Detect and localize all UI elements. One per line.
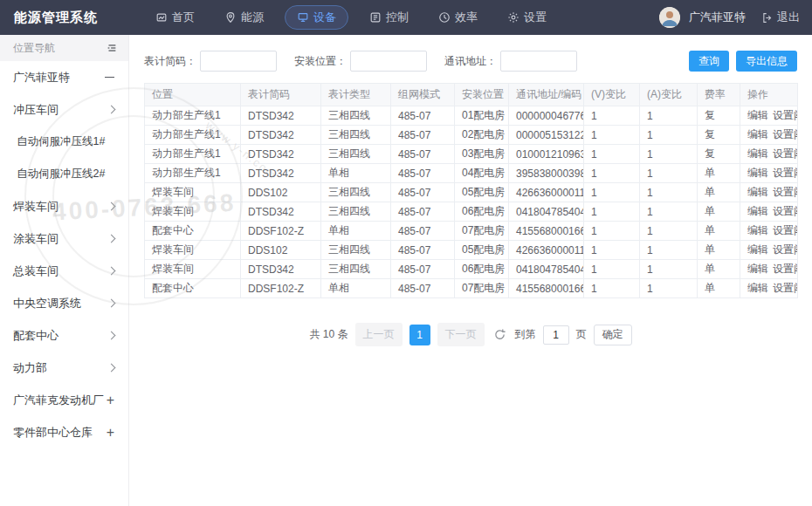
table-cell: 000000046776 (509, 106, 584, 126)
sidebar-item-自动伺服冲压线2#[interactable]: 自动伺服冲压线2# (0, 158, 128, 190)
table-row: 配套中心DDSF102-Z单相485-0707配电房41556800016611… (145, 279, 798, 298)
sidebar-item-中央空调系统[interactable]: 中央空调系统 (0, 287, 128, 319)
goto-confirm-button[interactable]: 确定 (594, 325, 632, 345)
table-cell: 041804785404 (509, 260, 584, 279)
edit-link[interactable]: 编辑 (747, 243, 768, 256)
nav-item-设置[interactable]: 设置 (499, 5, 555, 30)
edit-link[interactable]: 编辑 (747, 128, 768, 140)
sidebar-item-冲压车间[interactable]: 冲压车间 (0, 93, 128, 126)
search-button[interactable]: 查询 (689, 51, 729, 72)
set-threshold-link[interactable]: 设置阈值 (773, 128, 798, 140)
nav-item-能源[interactable]: 能源 (216, 5, 272, 30)
total-count: 共 10 条 (309, 327, 348, 342)
sidebar-item-自动伺服冲压线1#[interactable]: 自动伺服冲压线1# (0, 126, 128, 158)
prev-page-button[interactable]: 上一页 (355, 323, 403, 346)
next-page-button[interactable]: 下一页 (437, 323, 485, 346)
set-threshold-link[interactable]: 设置阈值 (773, 282, 798, 294)
sidebar-items: 广汽菲亚特冲压车间自动伺服冲压线1#自动伺服冲压线2#焊装车间涂装车间总装车间中… (0, 61, 128, 448)
user-avatar[interactable] (659, 7, 680, 28)
sidebar-item-总装车间[interactable]: 总装车间 (0, 255, 128, 287)
table-cell: 01配电房 (455, 106, 509, 126)
table-cell: 041804785404 (509, 202, 584, 222)
set-threshold-link[interactable]: 设置阈值 (773, 224, 798, 236)
table-row: 焊装车间DTSD342三相四线485-0706配电房04180478540411… (145, 202, 798, 222)
sidebar-item-零件部中心仓库[interactable]: 零件部中心仓库+ (0, 416, 128, 448)
table-cell: 复 (698, 126, 740, 145)
set-threshold-link[interactable]: 设置阈值 (773, 263, 798, 275)
table-row: 动力部生产线1DTSD342三相四线485-0702配电房00000515312… (145, 126, 798, 145)
table-cell: 06配电房 (455, 202, 509, 222)
edit-link[interactable]: 编辑 (747, 263, 768, 275)
sidebar-item-广汽菲亚特[interactable]: 广汽菲亚特 (0, 61, 128, 93)
user-name[interactable]: 广汽菲亚特 (689, 10, 746, 25)
sidebar-header: 位置导航 (0, 35, 128, 61)
set-threshold-link[interactable]: 设置阈值 (773, 109, 798, 121)
column-header: 组网模式 (391, 84, 455, 106)
control-icon (369, 11, 382, 24)
table-cell: 485-07 (391, 145, 455, 164)
sidebar-item-涂装车间[interactable]: 涂装车间 (0, 222, 128, 255)
sidebar-item-焊装车间[interactable]: 焊装车间 (0, 190, 128, 222)
table-cell: DDSF102-Z (241, 279, 321, 298)
edit-link[interactable]: 编辑 (747, 109, 768, 121)
table-cell: 1 (640, 241, 698, 260)
table-cell: 1 (584, 260, 640, 279)
table-cell: 三相四线 (321, 241, 391, 260)
collapse-tree-icon[interactable] (106, 42, 118, 54)
filter-install-position: 安装位置： (294, 51, 427, 72)
sidebar-item-动力部[interactable]: 动力部 (0, 352, 128, 384)
edit-link[interactable]: 编辑 (747, 186, 768, 198)
chevron-right-icon (107, 299, 116, 308)
table-cell: 415568000166 (509, 222, 584, 241)
table-header-row: 位置表计简码表计类型组网模式安装位置通讯地址/编码(V)变比(A)变比费率操作 (145, 84, 798, 106)
table-cell: 1 (640, 145, 698, 164)
nav-item-设备[interactable]: 设备 (285, 5, 348, 30)
set-threshold-link[interactable]: 设置阈值 (773, 243, 798, 256)
edit-link[interactable]: 编辑 (747, 282, 768, 294)
set-threshold-link[interactable]: 设置阈值 (773, 186, 798, 198)
install-position-input[interactable] (350, 51, 427, 72)
table-cell: 1 (640, 106, 698, 126)
export-button[interactable]: 导出信息 (736, 51, 797, 72)
set-threshold-link[interactable]: 设置阈值 (773, 167, 798, 179)
operations-cell: 编辑设置阈值 (740, 145, 798, 164)
sidebar-item-配套中心[interactable]: 配套中心 (0, 319, 128, 352)
edit-link[interactable]: 编辑 (747, 224, 768, 236)
nav-item-label: 设置 (524, 10, 547, 25)
edit-link[interactable]: 编辑 (747, 205, 768, 217)
refresh-icon[interactable] (493, 328, 506, 341)
nav-item-label: 设备 (313, 10, 336, 25)
current-page-button[interactable]: 1 (409, 325, 430, 345)
table-cell: 485-07 (391, 202, 455, 222)
set-threshold-link[interactable]: 设置阈值 (773, 205, 798, 217)
nav-item-label: 效率 (455, 10, 478, 25)
comm-address-input[interactable] (500, 51, 577, 72)
table-cell: 485-07 (391, 106, 455, 126)
table-row: 动力部生产线1DTSD342单相485-0704配电房3958380003981… (145, 164, 798, 183)
table-cell: 1 (584, 279, 640, 298)
sidebar-item-label: 自动伺服冲压线2# (17, 167, 105, 181)
nav-item-效率[interactable]: 效率 (430, 5, 486, 30)
meter-code-label: 表计简码： (144, 54, 196, 69)
table-cell: DTSD342 (241, 145, 321, 164)
meter-code-input[interactable] (200, 51, 277, 72)
table-cell: 485-07 (391, 279, 455, 298)
home-icon (155, 11, 168, 24)
logout-button[interactable]: 退出 (761, 10, 800, 25)
nav-item-首页[interactable]: 首页 (147, 5, 203, 30)
table-cell: DTSD342 (241, 164, 321, 183)
sidebar-item-广汽菲克发动机厂[interactable]: 广汽菲克发动机厂+ (0, 384, 128, 416)
operations-cell: 编辑设置阈值 (740, 106, 798, 126)
table-body: 动力部生产线1DTSD342三相四线485-0701配电房00000004677… (145, 106, 798, 298)
nav-item-控制[interactable]: 控制 (361, 5, 417, 30)
table-cell: 1 (640, 222, 698, 241)
table-cell: 485-07 (391, 164, 455, 183)
table-cell: 单 (698, 241, 740, 260)
edit-link[interactable]: 编辑 (747, 167, 768, 179)
table-cell: 单 (698, 260, 740, 279)
goto-page-input[interactable] (543, 325, 569, 345)
edit-link[interactable]: 编辑 (747, 147, 768, 160)
set-threshold-link[interactable]: 设置阈值 (773, 147, 798, 160)
table-cell: 焊装车间 (145, 202, 241, 222)
expand-plus-icon: + (107, 393, 114, 407)
